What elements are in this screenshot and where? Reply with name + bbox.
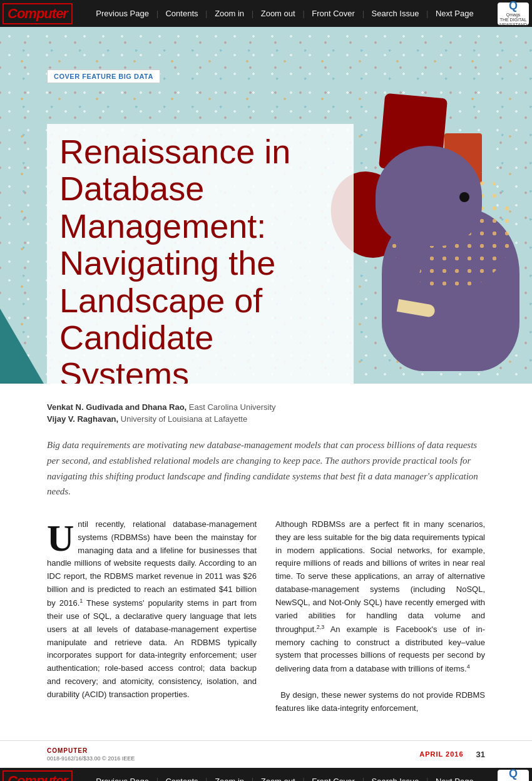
main-content: COVER FEATURE BIG DATA Renaissance in Da… (0, 27, 532, 768)
next-page-link-bottom[interactable]: Next Page (428, 777, 481, 781)
prev-page-link-bottom[interactable]: Previous Page (88, 777, 156, 781)
cover-feature-bold: BIG DATA (118, 73, 153, 80)
top-nav-logo: Computer (0, 0, 75, 27)
footer-issn: 0018-9162/16/$33.00 © 2016 IEEE (47, 755, 135, 762)
hero-title-text: Renaissance in Database Management: Navi… (47, 124, 354, 384)
bottom-nav-links: Previous Page | Contents | Zoom in | Zoo… (75, 776, 494, 781)
hero-title-container: Renaissance in Database Management: Navi… (47, 124, 354, 384)
abstract-text: Big data requirements are motivating new… (47, 437, 485, 499)
footer-publication: COMPUTER (47, 747, 135, 754)
cover-feature-label: COVER FEATURE BIG DATA (47, 69, 160, 83)
logo-border: Computer (3, 3, 73, 24)
bottom-logo-text: Computer (8, 773, 68, 781)
elephant-eye (459, 192, 469, 202)
search-issue-link-bottom[interactable]: Search Issue (364, 777, 427, 781)
drop-cap-u: U (47, 523, 74, 553)
author2-affil: University of Louisiana at Lafayette (121, 414, 247, 424)
footer-page: 31 (476, 750, 485, 759)
footer-left: COMPUTER 0018-9162/16/$33.00 © 2016 IEEE (47, 747, 135, 762)
zoom-out-link-top[interactable]: Zoom out (253, 9, 303, 18)
footer-right: APRIL 2016 31 (419, 750, 485, 759)
bottom-nav-qmags-logo: Q QmagsTHE DIGITAL NEWSSTAND (494, 768, 532, 781)
qmags-badge: Q QmagsTHE DIGITAL NEWSSTAND (498, 3, 529, 25)
zoom-in-link-bottom[interactable]: Zoom in (207, 777, 252, 781)
contents-link-top[interactable]: Contents (158, 9, 205, 18)
authors-line-2: Vijay V. Raghavan, University of Louisia… (47, 414, 485, 424)
bottom-qmags-badge: Q QmagsTHE DIGITAL NEWSSTAND (498, 770, 529, 781)
bottom-logo-border: Computer (3, 770, 73, 781)
left-triangle-decoration (0, 309, 44, 384)
bottom-nav-logo: Computer (0, 768, 75, 781)
prev-page-link-top[interactable]: Previous Page (88, 9, 156, 18)
zoom-in-link-top[interactable]: Zoom in (207, 9, 252, 18)
article-body: Venkat N. Gudivada and Dhana Rao, East C… (0, 384, 532, 728)
qmags-icon: Q (509, 0, 518, 13)
authors-line-1: Venkat N. Gudivada and Dhana Rao, East C… (47, 402, 485, 412)
cover-feature-prefix: COVER FEATURE (54, 73, 118, 80)
zoom-out-link-bottom[interactable]: Zoom out (253, 777, 303, 781)
hero-section: COVER FEATURE BIG DATA Renaissance in Da… (0, 27, 532, 384)
bottom-qmags-icon: Q (509, 767, 518, 780)
author2-name: Vijay V. Raghavan, (47, 414, 118, 424)
bottom-nav-bar: Computer Previous Page | Contents | Zoom… (0, 768, 532, 781)
article-footer: COMPUTER 0018-9162/16/$33.00 © 2016 IEEE… (0, 740, 532, 768)
body-col1-text: ntil recently, relational database-manag… (47, 519, 257, 699)
body-col2-text: Although RDBMSs are a perfect fit in man… (275, 519, 485, 713)
search-issue-link-top[interactable]: Search Issue (364, 9, 427, 18)
front-cover-link-bottom[interactable]: Front Cover (304, 777, 362, 781)
author1-name: Venkat N. Gudivada and Dhana Rao, (47, 402, 187, 412)
top-nav-qmags-logo: Q QmagsTHE DIGITAL NEWSSTAND (494, 0, 532, 27)
footer-date: APRIL 2016 (419, 750, 463, 758)
body-col-left: U ntil recently, relational database-man… (47, 518, 257, 715)
contents-link-bottom[interactable]: Contents (158, 777, 205, 781)
top-nav-bar: Computer Previous Page | Contents | Zoom… (0, 0, 532, 27)
qmags-text: QmagsTHE DIGITAL NEWSSTAND (499, 13, 528, 27)
body-col-right: Although RDBMSs are a perfect fit in man… (275, 518, 485, 715)
top-nav-links: Previous Page | Contents | Zoom in | Zoo… (75, 9, 494, 19)
next-page-link-top[interactable]: Next Page (428, 9, 481, 18)
author1-affil: East Carolina University (189, 402, 276, 412)
front-cover-link-top[interactable]: Front Cover (304, 9, 362, 18)
logo-text: Computer (8, 6, 68, 21)
body-columns: U ntil recently, relational database-man… (47, 518, 485, 715)
